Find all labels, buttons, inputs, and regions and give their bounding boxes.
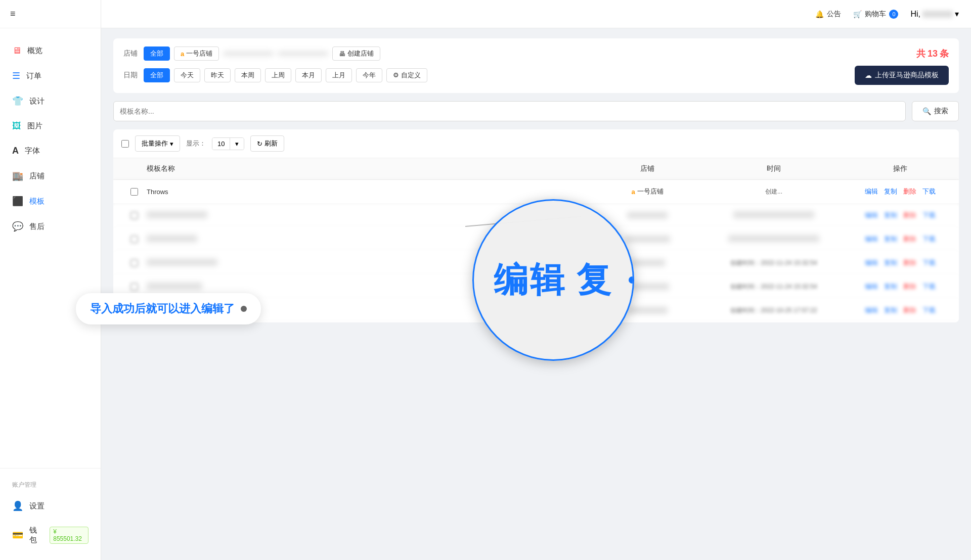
hi-text: Hi,: [910, 10, 920, 19]
announcement-label: 公告: [827, 10, 841, 19]
overview-icon: 🖥: [12, 45, 21, 56]
display-select-arrow[interactable]: ▾: [230, 138, 244, 150]
aftersale-icon: 💬: [12, 221, 23, 232]
sidebar-item-design[interactable]: 👕 设计: [0, 88, 101, 114]
copy-link-3: 复制: [884, 235, 897, 244]
delete-link-4: 删除: [903, 258, 916, 267]
store3-btn-blurred[interactable]: [278, 52, 328, 56]
upload-icon: ☁: [865, 71, 872, 79]
date-thismonth-btn[interactable]: 本月: [295, 68, 322, 82]
row-checkbox-1[interactable]: [130, 188, 138, 196]
download-link-2: 下载: [922, 211, 936, 220]
total-prefix: 共: [916, 49, 925, 59]
upload-template-btn[interactable]: ☁ 上传亚马逊商品模板: [855, 66, 949, 85]
cart-badge: 0: [889, 10, 898, 19]
sidebar-footer: 账户管理 👤 设置 💳 钱包 ¥ 855501.32: [0, 468, 101, 560]
download-link-6: 下载: [922, 306, 936, 315]
zoom-dot: [629, 276, 634, 284]
wallet-icon: 💳: [12, 530, 23, 541]
account-label: 账户管理: [0, 477, 101, 493]
download-link-1[interactable]: 下载: [922, 187, 936, 196]
design-icon: 👕: [12, 96, 23, 107]
sidebar-item-wallet[interactable]: 💳 钱包 ¥ 855501.32: [0, 519, 101, 552]
fonts-icon: A: [12, 146, 19, 156]
hamburger-icon[interactable]: ≡: [10, 9, 16, 19]
sidebar-label-templates: 模板: [29, 197, 45, 206]
user-menu[interactable]: Hi, ▾: [910, 9, 959, 19]
sidebar-label-settings: 设置: [29, 501, 45, 511]
refresh-btn[interactable]: ↻ 刷新: [250, 135, 284, 152]
table-toolbar: 批量操作 ▾ 显示： 10 ▾ ↻ 刷新: [113, 129, 959, 158]
cart-item[interactable]: 🛒 购物车 0: [853, 10, 898, 19]
sidebar-item-orders[interactable]: ☰ 订单: [0, 63, 101, 88]
sidebar-label-wallet: 钱包: [29, 526, 43, 545]
row-checkbox-2: [130, 212, 138, 219]
create-store-label: 创建店铺: [347, 49, 374, 58]
copy-link-4: 复制: [884, 258, 897, 267]
zoom-content: 编辑 复: [494, 257, 613, 303]
row-actions-1: 编辑 复制 删除 下载: [850, 187, 951, 196]
sidebar-header: ≡: [0, 0, 101, 28]
date-today-btn[interactable]: 今天: [174, 68, 200, 82]
row-checkbox-4: [130, 259, 138, 267]
edit-link-4: 编辑: [865, 258, 878, 267]
download-link-3: 下载: [922, 235, 936, 244]
select-all-checkbox[interactable]: [121, 140, 129, 148]
orders-icon: ☰: [12, 70, 20, 81]
total-count: 共 13 条: [916, 48, 949, 60]
zoom-overlay: 编辑 复: [472, 199, 634, 361]
delete-link-3: 删除: [903, 235, 916, 244]
gear-icon: ⚙: [393, 71, 399, 79]
date-lastmonth-btn[interactable]: 上月: [326, 68, 352, 82]
sidebar-item-stores[interactable]: 🏬 店铺: [0, 163, 101, 189]
th-name: 模板名称: [147, 164, 597, 173]
date-filter-label: 日期: [123, 71, 140, 80]
username-blurred: [922, 11, 953, 18]
delete-link-6: 删除: [903, 306, 916, 315]
edit-link-2: 编辑: [865, 211, 878, 220]
date-all-btn[interactable]: 全部: [144, 68, 170, 82]
edit-link-6: 编辑: [865, 306, 878, 315]
tooltip-dot: [241, 306, 247, 312]
search-input[interactable]: [113, 101, 906, 121]
th-checkbox: [121, 164, 147, 173]
zoom-circle: 编辑 复: [472, 199, 634, 361]
store1-btn[interactable]: a 一号店铺: [174, 46, 219, 61]
zoom-text1: 编辑: [494, 257, 566, 303]
delete-link-1[interactable]: 删除: [903, 187, 916, 196]
sidebar-item-fonts[interactable]: A 字体: [0, 138, 101, 163]
create-store-icon: 🖶: [339, 50, 345, 58]
edit-link-5: 编辑: [865, 282, 878, 291]
date-thisweek-btn[interactable]: 本周: [235, 68, 261, 82]
sidebar-item-templates[interactable]: ⬛ 模板: [0, 189, 101, 214]
sidebar-item-aftersale[interactable]: 💬 售后: [0, 214, 101, 239]
store-all-btn[interactable]: 全部: [144, 46, 170, 61]
date-yesterday-btn[interactable]: 昨天: [204, 68, 231, 82]
tooltip-box: 导入成功后就可以进入编辑了: [76, 293, 261, 324]
sidebar: ≡ 🖥 概览 ☰ 订单 👕 设计 🖼 图片 A 字体 🏬 店铺 ⬛ 模板: [0, 0, 101, 560]
download-link-5: 下载: [922, 282, 936, 291]
date-custom-btn[interactable]: ⚙ 自定义: [386, 68, 427, 82]
edit-link-3: 编辑: [865, 235, 878, 244]
sidebar-label-images: 图片: [27, 121, 42, 131]
sidebar-item-images[interactable]: 🖼 图片: [0, 114, 101, 138]
edit-link-1[interactable]: 编辑: [865, 187, 878, 196]
date-filter-row: 日期 全部 今天 昨天 本周 上周 本月 上月 今年 ⚙ 自定义 ☁ 上传亚马逊…: [123, 66, 949, 85]
create-store-btn[interactable]: 🖶 创建店铺: [332, 46, 380, 61]
copy-link-1[interactable]: 复制: [884, 187, 897, 196]
store-filter-row: 店铺 全部 a 一号店铺 🖶 创建店铺 共 13 条: [123, 46, 949, 61]
date-thisyear-btn[interactable]: 今年: [356, 68, 382, 82]
sidebar-item-settings[interactable]: 👤 设置: [0, 493, 101, 519]
announcement-item[interactable]: 🔔 公告: [815, 10, 841, 19]
batch-btn[interactable]: 批量操作 ▾: [135, 135, 180, 152]
sidebar-item-overview[interactable]: 🖥 概览: [0, 38, 101, 63]
amazon-icon: a: [181, 50, 184, 58]
display-select: 10 ▾: [212, 137, 244, 150]
copy-link-2: 复制: [884, 211, 897, 220]
row-time-1: 创建...: [698, 188, 850, 196]
templates-icon: ⬛: [12, 196, 23, 207]
store2-btn-blurred[interactable]: [223, 52, 274, 56]
date-lastweek-btn[interactable]: 上周: [265, 68, 291, 82]
row-checkbox-5: [130, 283, 138, 291]
search-button[interactable]: 🔍 搜索: [912, 101, 959, 121]
